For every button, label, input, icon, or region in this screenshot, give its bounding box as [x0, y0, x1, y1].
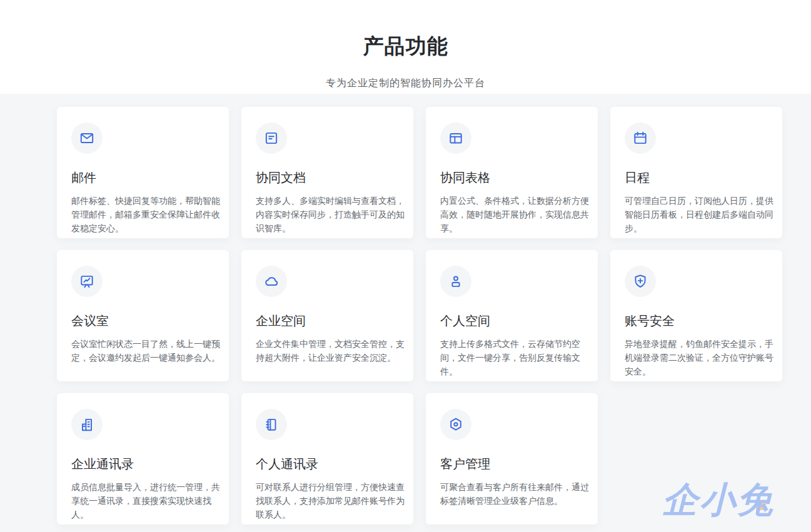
- feature-title: 企业通讯录: [71, 456, 221, 473]
- feature-card-grid: 邮件 邮件标签、快捷回复等功能，帮助智能管理邮件，邮箱多重安全保障让邮件收发稳定…: [57, 107, 782, 524]
- watermark-text: 企小兔: [662, 479, 775, 519]
- page-title: 产品功能: [0, 33, 811, 61]
- table-icon: [440, 123, 471, 154]
- meeting-monitor-icon: [71, 266, 103, 297]
- shield-plus-icon: [625, 266, 656, 297]
- feature-title: 会议室: [71, 313, 221, 329]
- feature-title: 邮件: [71, 169, 221, 186]
- document-icon: [256, 123, 287, 154]
- address-book-icon: [256, 409, 287, 440]
- feature-desc: 内置公式、条件格式，让数据分析方便高效，随时随地开展协作，实现信息共享。: [440, 194, 590, 235]
- watermark-logo: 企小兔: [662, 476, 775, 524]
- feature-card-enterprise-contacts: 企业通讯录 成员信息批量导入，进行统一管理，共享统一通讯录，直接搜索实现快速找人…: [57, 393, 229, 524]
- feature-desc: 企业文件集中管理，文档安全管控，支持超大附件，让企业资产安全沉淀。: [256, 337, 406, 364]
- hexagon-nut-icon: [440, 409, 471, 440]
- feature-desc: 可管理自己日历，订阅他人日历，提供智能日历看板，日程创建后多端自动同步。: [625, 194, 775, 235]
- feature-card-customer-management: 客户管理 可聚合查看与客户所有往来邮件，通过标签清晰管理企业级客户信息。: [426, 393, 598, 524]
- calendar-icon: [625, 123, 656, 154]
- person-icon: [440, 266, 471, 297]
- feature-title: 个人通讯录: [256, 456, 406, 473]
- feature-desc: 异地登录提醒，钓鱼邮件安全提示，手机端登录需二次验证，全方位守护账号安全。: [625, 337, 775, 378]
- feature-title: 协同表格: [440, 169, 590, 186]
- feature-title: 客户管理: [440, 456, 590, 473]
- page-subtitle: 专为企业定制的智能协同办公平台: [0, 77, 811, 90]
- cloud-icon: [256, 266, 287, 297]
- feature-card-calendar: 日程 可管理自己日历，订阅他人日历，提供智能日历看板，日程创建后多端自动同步。: [610, 107, 782, 238]
- feature-desc: 成员信息批量导入，进行统一管理，共享统一通讯录，直接搜索实现快速找人。: [71, 480, 221, 521]
- feature-card-collab-docs: 协同文档 支持多人、多端实时编辑与查看文档，内容实时保存同步，打造触手可及的知识…: [241, 107, 413, 238]
- feature-title: 协同文档: [256, 169, 406, 186]
- feature-card-mail: 邮件 邮件标签、快捷回复等功能，帮助智能管理邮件，邮箱多重安全保障让邮件收发稳定…: [57, 107, 229, 238]
- feature-title: 日程: [625, 169, 775, 186]
- feature-card-meeting-room: 会议室 会议室忙闲状态一目了然，线上一键预定，会议邀约发起后一键通知参会人。: [57, 250, 229, 381]
- building-icon: [71, 409, 103, 440]
- feature-card-collab-sheets: 协同表格 内置公式、条件格式，让数据分析方便高效，随时随地开展协作，实现信息共享…: [426, 107, 598, 238]
- feature-desc: 会议室忙闲状态一目了然，线上一键预定，会议邀约发起后一键通知参会人。: [71, 337, 221, 364]
- feature-title: 账号安全: [625, 313, 775, 329]
- feature-title: 企业空间: [256, 313, 406, 329]
- feature-card-enterprise-space: 企业空间 企业文件集中管理，文档安全管控，支持超大附件，让企业资产安全沉淀。: [241, 250, 413, 381]
- feature-card-personal-contacts: 个人通讯录 可对联系人进行分组管理，方便快速查找联系人，支持添加常见邮件账号作为…: [241, 393, 413, 524]
- section-header: 产品功能 专为企业定制的智能协同办公平台: [0, 33, 811, 90]
- feature-desc: 邮件标签、快捷回复等功能，帮助智能管理邮件，邮箱多重安全保障让邮件收发稳定安心。: [71, 194, 221, 235]
- feature-desc: 支持上传多格式文件，云存储节约空间，文件一键分享，告别反复传输文件。: [440, 337, 590, 378]
- feature-desc: 可聚合查看与客户所有往来邮件，通过标签清晰管理企业级客户信息。: [440, 480, 590, 508]
- product-features-page: 产品功能 专为企业定制的智能协同办公平台 邮件 邮件标签、快捷回复等功能，帮助智…: [0, 0, 811, 532]
- feature-card-personal-space: 个人空间 支持上传多格式文件，云存储节约空间，文件一键分享，告别反复传输文件。: [426, 250, 598, 381]
- feature-title: 个人空间: [440, 313, 590, 329]
- feature-desc: 支持多人、多端实时编辑与查看文档，内容实时保存同步，打造触手可及的知识智库。: [256, 194, 406, 235]
- feature-desc: 可对联系人进行分组管理，方便快速查找联系人，支持添加常见邮件账号作为联系人。: [256, 480, 406, 521]
- mail-icon: [71, 123, 103, 154]
- feature-card-account-security: 账号安全 异地登录提醒，钓鱼邮件安全提示，手机端登录需二次验证，全方位守护账号安…: [610, 250, 782, 381]
